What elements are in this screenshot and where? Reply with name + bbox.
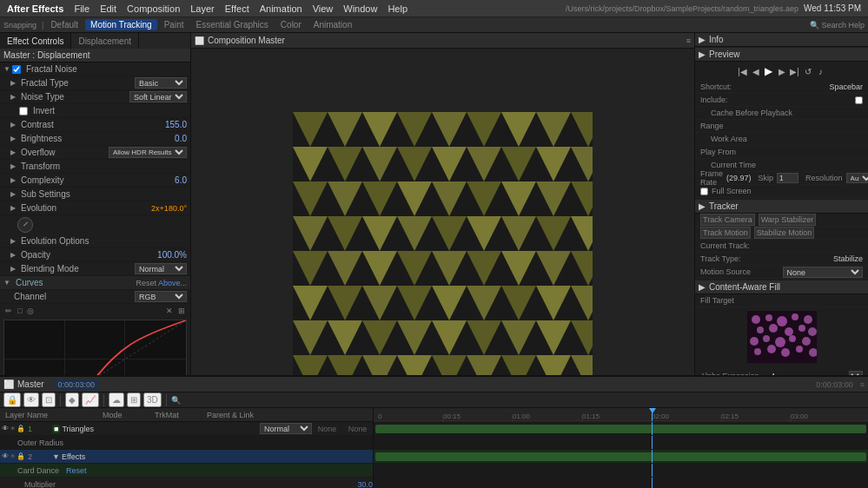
evolution-value[interactable]: 2x+180.0°: [151, 204, 187, 213]
layer-1-mode-select[interactable]: Normal: [260, 423, 312, 434]
tl-add-keyframe-btn[interactable]: ◆: [65, 392, 79, 407]
ws-tab-default[interactable]: Default: [45, 19, 83, 30]
curves-reset-btn[interactable]: Reset: [136, 279, 156, 287]
curves-check-icon[interactable]: ⊞: [176, 306, 187, 316]
complexity-value[interactable]: 6.0: [152, 175, 187, 185]
comp-options-icon[interactable]: ≡: [686, 36, 691, 45]
resolution-select[interactable]: Auto: [846, 173, 868, 183]
fractal-type-expand-icon[interactable]: ▶: [10, 79, 16, 87]
layer-1-color-swatch[interactable]: ■: [52, 425, 60, 433]
tl-graph-editor-btn[interactable]: 📈: [82, 392, 99, 407]
menu-effect[interactable]: Effect: [225, 3, 249, 14]
ws-tab-motion-tracking[interactable]: Motion Tracking: [85, 19, 157, 30]
noise-type-dropdown[interactable]: Soft Linear: [129, 91, 187, 102]
curves-expand-icon[interactable]: ▼: [3, 279, 10, 287]
opacity-expand-icon[interactable]: ▶: [10, 251, 16, 259]
stabilize-motion-btn[interactable]: Stabilize Motion: [754, 227, 815, 239]
multiplier1-value[interactable]: 30.0: [357, 480, 373, 489]
channel-dropdown[interactable]: RGB: [135, 291, 187, 302]
skip-to-end-btn[interactable]: ▶|: [789, 67, 801, 76]
evolution-options-expand-icon[interactable]: ▶: [10, 237, 16, 245]
brightness-expand-icon[interactable]: ▶: [10, 135, 16, 142]
brightness-value[interactable]: 0.0: [152, 134, 187, 143]
blending-mode-dropdown[interactable]: Normal: [135, 263, 187, 274]
panel-tab-displacement[interactable]: Displacement: [71, 33, 139, 49]
tl-toggle-hide-btn[interactable]: 👁: [23, 392, 39, 407]
play-btn[interactable]: ▶: [763, 65, 775, 77]
layer-1-lock-icon[interactable]: 🔒: [17, 425, 25, 432]
overflow-expand-icon[interactable]: ▶: [10, 148, 16, 156]
layer-2-expand-icon[interactable]: ▼: [52, 452, 60, 461]
evolution-dial[interactable]: [17, 217, 33, 233]
curves-circle-icon[interactable]: ◎: [25, 306, 36, 316]
timeline-timecode[interactable]: 0:00:03:00: [55, 379, 99, 390]
layer-2-eye-icon[interactable]: 👁: [2, 452, 9, 460]
layer-1-name[interactable]: Triangles: [60, 425, 260, 433]
tl-frame-blend-btn[interactable]: ⊞: [127, 392, 141, 407]
next-frame-btn[interactable]: ▶: [776, 67, 788, 76]
track-camera-btn[interactable]: Track Camera: [700, 214, 755, 226]
menu-animation[interactable]: Animation: [260, 3, 302, 14]
contrast-row[interactable]: ▶ Contrast 155.0: [0, 118, 190, 132]
panel-tab-effect-controls[interactable]: Effect Controls: [0, 33, 71, 49]
loop-btn[interactable]: ↺: [802, 67, 814, 76]
fractal-noise-checkbox[interactable]: [12, 65, 21, 74]
tracker-section-header[interactable]: ▶ Tracker: [695, 200, 868, 214]
fractal-noise-toggle-icon[interactable]: ▼: [3, 65, 10, 73]
preview-section-header[interactable]: ▶ Preview: [695, 48, 868, 62]
menu-window[interactable]: Window: [343, 3, 377, 14]
fractal-type-dropdown[interactable]: Basic: [135, 77, 187, 89]
layer-1-eye-icon[interactable]: 👁: [2, 425, 9, 432]
overflow-dropdown[interactable]: Allow HDR Results: [109, 147, 187, 158]
ws-tab-animation[interactable]: Animation: [308, 19, 357, 30]
motion-source-select[interactable]: None: [783, 267, 864, 278]
evolution-expand-icon[interactable]: ▶: [10, 204, 16, 212]
opacity-value[interactable]: 100.0%: [152, 250, 187, 260]
opacity-row[interactable]: ▶ Opacity 100.0%: [0, 248, 190, 262]
curves-pencil-icon[interactable]: ✏: [3, 306, 14, 316]
menu-layer[interactable]: Layer: [190, 3, 215, 14]
skip-input[interactable]: [777, 173, 798, 183]
layer-2-solo-icon[interactable]: ☀: [10, 452, 16, 460]
tl-draft-btn[interactable]: ⊡: [42, 392, 56, 407]
layer-2-lock-icon[interactable]: 🔒: [17, 452, 25, 460]
transform-expand-icon[interactable]: ▶: [10, 162, 16, 170]
menu-composition[interactable]: Composition: [127, 3, 180, 14]
sub-settings-row[interactable]: ▶ Sub Settings: [0, 188, 190, 201]
timeline-options-icon[interactable]: ≡: [860, 380, 865, 389]
tl-motion-blur-btn[interactable]: ☁: [109, 392, 124, 407]
invert-checkbox[interactable]: [19, 107, 28, 115]
menu-edit[interactable]: Edit: [100, 3, 116, 14]
audio-btn[interactable]: ♪: [815, 67, 827, 76]
menu-file[interactable]: File: [74, 3, 89, 14]
caf-section-header[interactable]: ▶ Content-Aware Fill: [695, 280, 868, 294]
curves-header-row[interactable]: ▼ Curves Reset Above...: [0, 276, 190, 290]
prev-frame-btn[interactable]: ◀: [750, 67, 762, 76]
track-motion-btn[interactable]: Track Motion: [700, 227, 751, 239]
brightness-row[interactable]: ▶ Brightness 0.0: [0, 132, 190, 146]
evolution-options-row[interactable]: ▶ Evolution Options: [0, 234, 190, 248]
ws-tab-color[interactable]: Color: [275, 19, 307, 30]
ws-tab-essential-graphics[interactable]: Essential Graphics: [190, 19, 273, 30]
info-section-header[interactable]: ▶ Info: [695, 33, 868, 47]
evolution-row[interactable]: ▶ Evolution 2x+180.0°: [0, 201, 190, 215]
blending-mode-expand-icon[interactable]: ▶: [10, 265, 16, 273]
warp-stabilizer-btn[interactable]: Warp Stabilizer: [759, 214, 817, 226]
full-screen-checkbox[interactable]: [700, 188, 708, 195]
contrast-value[interactable]: 155.0: [152, 120, 187, 129]
ws-tab-paint[interactable]: Paint: [159, 19, 189, 30]
sub-settings-expand-icon[interactable]: ▶: [10, 190, 16, 198]
layer-1-solo-icon[interactable]: ☀: [10, 425, 16, 432]
skip-to-start-btn[interactable]: |◀: [737, 67, 749, 76]
complexity-row[interactable]: ▶ Complexity 6.0: [0, 174, 190, 188]
tl-3d-layer-btn[interactable]: 3D: [143, 392, 162, 407]
card-dance-reset[interactable]: Reset: [66, 466, 87, 475]
menu-help[interactable]: Help: [388, 3, 407, 14]
include-checkbox[interactable]: [855, 96, 863, 104]
menu-view[interactable]: View: [313, 3, 334, 14]
curves-x-icon[interactable]: ✕: [164, 306, 175, 316]
curves-above-btn[interactable]: Above...: [158, 279, 187, 287]
noise-type-expand-icon[interactable]: ▶: [10, 93, 16, 101]
contrast-expand-icon[interactable]: ▶: [10, 121, 16, 129]
curves-square-icon[interactable]: □: [16, 306, 23, 316]
